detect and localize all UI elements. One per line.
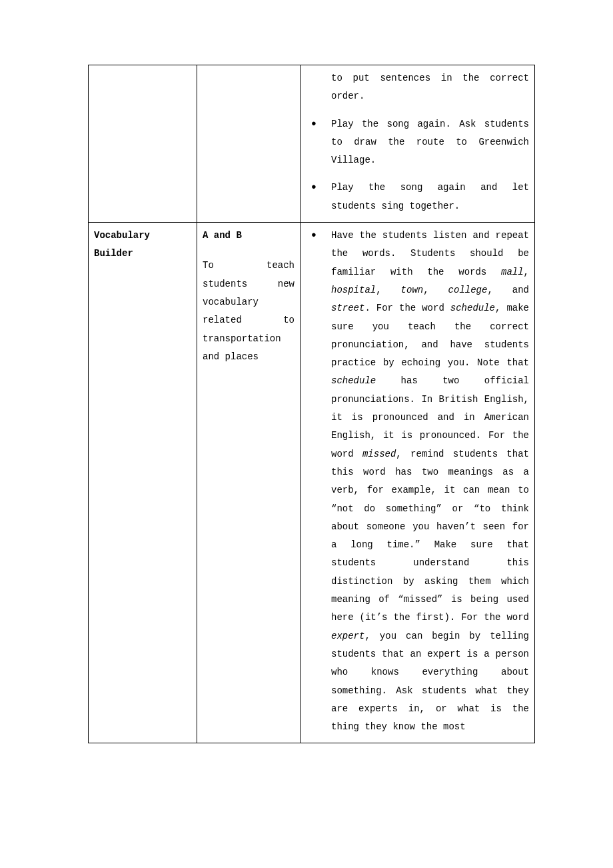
cell-procedure: to put sentences in the correct order. P…: [301, 65, 535, 223]
list-item-text: to put sentences in the correct order.: [331, 73, 529, 101]
list-item: Play the song again and let students sin…: [306, 179, 529, 215]
objective-heading: A and B: [203, 227, 295, 245]
document-page: to put sentences in the correct order. P…: [0, 0, 613, 868]
procedure-list: to put sentences in the correct order. P…: [306, 69, 529, 215]
list-item-text: Play the song again. Ask students to dra…: [331, 119, 529, 166]
list-item: Have the students listen and repeat the …: [306, 227, 529, 736]
lesson-table: to put sentences in the correct order. P…: [88, 65, 535, 743]
cell-procedure: Have the students listen and repeat the …: [301, 223, 535, 743]
cell-objective: [197, 65, 301, 223]
cell-section: Vocabulary Builder: [89, 223, 197, 743]
cell-section: [89, 65, 197, 223]
table-row: to put sentences in the correct order. P…: [89, 65, 535, 223]
procedure-list: Have the students listen and repeat the …: [306, 227, 529, 736]
list-item-text: Have the students listen and repeat the …: [331, 230, 529, 732]
objective-desc: To teach students new vocabulary related…: [203, 257, 295, 366]
cell-objective: A and B To teach students new vocabulary…: [197, 223, 301, 743]
list-item: Play the song again. Ask students to dra…: [306, 115, 529, 170]
table-row: Vocabulary Builder A and B To teach stud…: [89, 223, 535, 743]
list-item: to put sentences in the correct order.: [306, 69, 529, 106]
list-item-text: Play the song again and let students sin…: [331, 182, 529, 211]
